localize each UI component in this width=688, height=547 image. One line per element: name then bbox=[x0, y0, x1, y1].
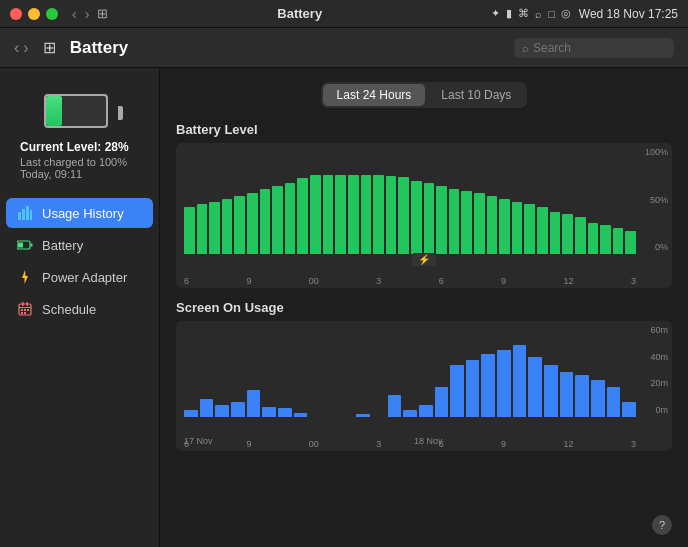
toolbar-grid-icon[interactable]: ⊞ bbox=[43, 38, 56, 57]
battery-charged-text: Last charged to 100% bbox=[20, 156, 139, 168]
battery-tip bbox=[118, 106, 123, 120]
bar-blue bbox=[184, 410, 198, 418]
system-clock: Wed 18 Nov 17:25 bbox=[579, 7, 678, 21]
svg-rect-13 bbox=[24, 309, 26, 311]
bar-blue bbox=[575, 375, 589, 417]
sx-label-00: 00 bbox=[309, 439, 319, 449]
sidebar-item-label: Battery bbox=[42, 238, 83, 253]
bar-blue bbox=[528, 357, 542, 417]
battery-icon-container bbox=[44, 94, 116, 132]
y-label-0: 0% bbox=[645, 242, 668, 252]
bar-green bbox=[499, 199, 510, 254]
svg-rect-1 bbox=[22, 209, 25, 220]
bar-green bbox=[272, 186, 283, 254]
toolbar-forward-icon[interactable]: › bbox=[23, 39, 28, 57]
bar-green bbox=[209, 202, 220, 255]
toggle-24h[interactable]: Last 24 Hours bbox=[323, 84, 426, 106]
toolbar-back-icon[interactable]: ‹ bbox=[14, 39, 19, 57]
wifi-icon: ⌘ bbox=[518, 7, 529, 20]
battery-info: Current Level: 28% Last charged to 100% … bbox=[16, 140, 143, 180]
battery-icon bbox=[16, 236, 34, 254]
x-label-6a: 6 bbox=[184, 276, 189, 286]
bar-green bbox=[588, 223, 599, 255]
battery-level-chart: 100% 50% 0% ⚡ 6 9 00 3 6 9 bbox=[176, 143, 672, 288]
sx-label-12: 12 bbox=[564, 439, 574, 449]
battery-fill bbox=[46, 96, 63, 126]
battery-x-labels: 6 9 00 3 6 9 12 3 bbox=[184, 276, 636, 286]
charging-indicator: ⚡ bbox=[412, 253, 436, 266]
svg-rect-16 bbox=[24, 312, 26, 314]
battery-level-text: Current Level: 28% bbox=[20, 140, 139, 154]
battery-y-labels: 100% 50% 0% bbox=[645, 147, 668, 252]
sidebar-item-label: Schedule bbox=[42, 302, 96, 317]
bar-green bbox=[323, 175, 334, 254]
battery-status-icon: ▮ bbox=[506, 7, 512, 20]
x-label-9a: 9 bbox=[246, 276, 251, 286]
bar-green bbox=[537, 207, 548, 254]
schedule-icon bbox=[16, 300, 34, 318]
bar-blue bbox=[435, 387, 449, 417]
date-label-17nov: 17 Nov bbox=[184, 436, 213, 446]
x-label-3a: 3 bbox=[376, 276, 381, 286]
sx-label-3b: 3 bbox=[631, 439, 636, 449]
close-dot[interactable] bbox=[10, 8, 22, 20]
system-tray: ✦ ▮ ⌘ ⌕ □ ◎ bbox=[491, 7, 571, 20]
minimize-dot[interactable] bbox=[28, 8, 40, 20]
search-icon: ⌕ bbox=[522, 42, 529, 54]
bar-green bbox=[361, 175, 372, 254]
bar-blue bbox=[466, 360, 480, 417]
bar-green bbox=[411, 181, 422, 255]
search-input[interactable] bbox=[533, 41, 653, 55]
sidebar-item-schedule[interactable]: Schedule bbox=[6, 294, 153, 324]
bar-green bbox=[562, 214, 573, 254]
sx-label-3a: 3 bbox=[376, 439, 381, 449]
bar-green bbox=[285, 183, 296, 254]
power-icon bbox=[16, 268, 34, 286]
x-label-6b: 6 bbox=[439, 276, 444, 286]
sidebar-item-battery[interactable]: Battery bbox=[6, 230, 153, 260]
display-icon: □ bbox=[548, 8, 555, 20]
bar-green bbox=[310, 175, 321, 254]
svg-rect-2 bbox=[26, 206, 29, 220]
back-icon[interactable]: ‹ bbox=[72, 6, 77, 22]
grid-icon[interactable]: ⊞ bbox=[97, 6, 108, 21]
screen-y-labels: 60m 40m 20m 0m bbox=[650, 325, 668, 415]
bar-green bbox=[524, 204, 535, 254]
svg-rect-10 bbox=[27, 302, 29, 306]
sidebar-item-usage-history[interactable]: Usage History bbox=[6, 198, 153, 228]
page-title: Battery bbox=[70, 38, 506, 58]
dropbox-icon: ✦ bbox=[491, 7, 500, 20]
bar-green bbox=[297, 178, 308, 254]
battery-bars bbox=[184, 149, 664, 254]
titlebar-nav: ‹ › ⊞ bbox=[72, 6, 108, 22]
bar-green bbox=[424, 183, 435, 254]
bar-blue bbox=[544, 365, 558, 418]
bar-blue bbox=[419, 405, 433, 417]
bar-green bbox=[449, 189, 460, 254]
toggle-10d[interactable]: Last 10 Days bbox=[427, 84, 525, 106]
titlebar-right: ✦ ▮ ⌘ ⌕ □ ◎ Wed 18 Nov 17:25 bbox=[491, 7, 678, 21]
x-label-3b: 3 bbox=[631, 276, 636, 286]
help-button[interactable]: ? bbox=[652, 515, 672, 535]
bar-green bbox=[487, 196, 498, 254]
bar-green bbox=[436, 186, 447, 254]
toolbar: ‹ › ⊞ Battery ⌕ bbox=[0, 28, 688, 68]
sidebar-item-power-adapter[interactable]: Power Adapter bbox=[6, 262, 153, 292]
y-label-40m: 40m bbox=[650, 352, 668, 362]
bar-blue bbox=[294, 413, 308, 418]
time-toggle: Last 24 Hours Last 10 Days bbox=[176, 82, 672, 108]
bar-green bbox=[234, 196, 245, 254]
bar-blue bbox=[231, 402, 245, 417]
sidebar-nav: Usage History Battery Po bbox=[0, 194, 159, 330]
battery-level-title: Battery Level bbox=[176, 122, 672, 137]
window-title: Battery bbox=[108, 6, 491, 21]
search-tray-icon: ⌕ bbox=[535, 8, 542, 20]
bar-green bbox=[600, 225, 611, 254]
maximize-dot[interactable] bbox=[46, 8, 58, 20]
y-label-0m: 0m bbox=[650, 405, 668, 415]
search-box[interactable]: ⌕ bbox=[514, 38, 674, 58]
bar-blue bbox=[481, 354, 495, 417]
sidebar-item-label: Usage History bbox=[42, 206, 124, 221]
forward-icon[interactable]: › bbox=[85, 6, 90, 22]
x-label-9b: 9 bbox=[501, 276, 506, 286]
